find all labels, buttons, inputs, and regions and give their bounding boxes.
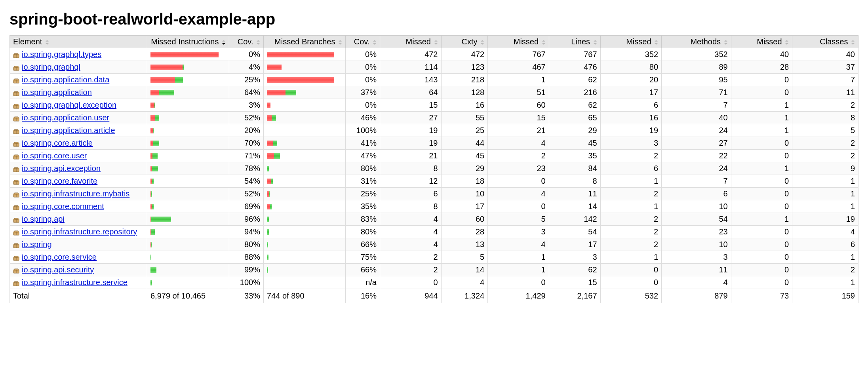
mclass-cell: 0 <box>731 251 792 264</box>
package-icon <box>13 115 19 121</box>
package-icon <box>13 267 19 273</box>
package-link[interactable]: io.spring.core.article <box>22 139 93 148</box>
instr-cov-cell: 4% <box>229 61 264 74</box>
branch-bar-cell <box>264 112 346 124</box>
package-link[interactable]: io.spring.core.service <box>22 253 97 262</box>
col-cxty[interactable]: Cxty <box>441 36 488 48</box>
col-lines[interactable]: Lines <box>549 36 600 48</box>
meth-cell: 352 <box>662 48 731 61</box>
col-lines-label: Lines <box>571 37 590 46</box>
svg-marker-0 <box>46 40 49 42</box>
package-link[interactable]: io.spring.application.data <box>22 75 109 84</box>
missed-cell: 8 <box>380 200 442 213</box>
mlines-cell: 5 <box>488 213 549 226</box>
instr-bar-cell <box>147 74 229 86</box>
mclass-cell: 0 <box>731 200 792 213</box>
package-link[interactable]: io.spring.graphql.types <box>22 50 101 59</box>
page-title: spring-boot-realworld-example-app <box>10 10 858 28</box>
col-missed-lines[interactable]: Missed <box>488 36 549 48</box>
col-missed-branches[interactable]: Missed Branches <box>264 36 346 48</box>
col-missed-classes[interactable]: Missed <box>731 36 792 48</box>
sort-icon <box>480 40 484 45</box>
branch-cov-cell: 75% <box>346 251 380 264</box>
package-link[interactable]: io.spring <box>22 240 52 249</box>
col-missed-methods[interactable]: Missed <box>600 36 662 48</box>
lines-cell: 62 <box>549 74 600 86</box>
cxty-cell: 218 <box>441 74 488 86</box>
col-missed-branches-label: Missed Branches <box>274 37 335 46</box>
col-missed-cxty[interactable]: Missed <box>380 36 442 48</box>
svg-marker-20 <box>724 40 727 42</box>
package-link[interactable]: io.spring.infrastructure.service <box>22 278 128 287</box>
instr-cov-cell: 70% <box>229 137 264 150</box>
svg-marker-8 <box>373 40 376 42</box>
svg-marker-5 <box>257 43 260 45</box>
instr-bar-cell <box>147 86 229 99</box>
mmeth-cell: 80 <box>600 61 662 74</box>
table-row: io.spring.graphql4%0%1141234674768089283… <box>10 61 858 74</box>
instr-bar-cell <box>147 162 229 175</box>
svg-marker-12 <box>481 40 484 42</box>
cxty-cell: 13 <box>441 238 488 251</box>
mlines-cell: 0 <box>488 200 549 213</box>
totals-cov1: 33% <box>229 289 264 303</box>
package-link[interactable]: io.spring.core.user <box>22 151 87 160</box>
package-link[interactable]: io.spring.core.comment <box>22 202 104 211</box>
classes-cell: 2 <box>792 137 858 150</box>
package-link[interactable]: io.spring.core.favorite <box>22 177 97 186</box>
col-cov-branches[interactable]: Cov. <box>346 36 380 48</box>
mlines-cell: 1 <box>488 264 549 276</box>
sort-desc-icon <box>222 40 226 45</box>
package-link[interactable]: io.spring.infrastructure.repository <box>22 227 137 236</box>
table-row: io.spring.application.article20%100%1925… <box>10 124 858 137</box>
package-link[interactable]: io.spring.api.security <box>22 265 94 274</box>
svg-marker-23 <box>785 43 788 45</box>
svg-marker-4 <box>257 40 260 42</box>
branch-bar-cell <box>264 276 346 289</box>
totals-mlines: 1,429 <box>488 289 549 303</box>
mmeth-cell: 2 <box>600 150 662 162</box>
meth-cell: 24 <box>662 124 731 137</box>
col-element[interactable]: Element <box>10 36 147 48</box>
package-link[interactable]: io.spring.graphql <box>22 63 80 72</box>
instr-bar-cell <box>147 276 229 289</box>
col-missed-cxty-label: Missed <box>406 37 431 46</box>
branch-bar-cell <box>264 200 346 213</box>
instr-bar-cell <box>147 175 229 188</box>
mmeth-cell: 6 <box>600 99 662 112</box>
missed-cell: 4 <box>380 238 442 251</box>
cxty-cell: 17 <box>441 200 488 213</box>
mmeth-cell: 2 <box>600 226 662 238</box>
package-link[interactable]: io.spring.graphql.exception <box>22 101 116 110</box>
meth-cell: 10 <box>662 238 731 251</box>
col-cov-instr[interactable]: Cov. <box>229 36 264 48</box>
package-link[interactable]: io.spring.infrastructure.mybatis <box>22 189 129 198</box>
package-link[interactable]: io.spring.application.article <box>22 126 115 135</box>
classes-cell: 2 <box>792 264 858 276</box>
cxty-cell: 10 <box>441 188 488 200</box>
instr-bar-cell <box>147 124 229 137</box>
package-icon <box>13 242 19 248</box>
meth-cell: 22 <box>662 150 731 162</box>
col-classes[interactable]: Classes <box>792 36 858 48</box>
package-link[interactable]: io.spring.api <box>22 215 65 224</box>
meth-cell: 3 <box>662 251 731 264</box>
meth-cell: 27 <box>662 137 731 150</box>
branch-bar-cell <box>264 162 346 175</box>
mclass-cell: 1 <box>731 213 792 226</box>
col-missed-instructions[interactable]: Missed Instructions <box>147 36 229 48</box>
meth-cell: 24 <box>662 162 731 175</box>
package-link[interactable]: io.spring.api.exception <box>22 164 101 173</box>
mmeth-cell: 1 <box>600 175 662 188</box>
package-icon <box>13 229 19 235</box>
package-link[interactable]: io.spring.application.user <box>22 113 109 122</box>
package-link[interactable]: io.spring.application <box>22 88 92 97</box>
lines-cell: 62 <box>549 99 600 112</box>
element-cell: io.spring.core.comment <box>10 200 147 213</box>
col-methods[interactable]: Methods <box>662 36 731 48</box>
svg-marker-2 <box>222 40 225 42</box>
branch-cov-cell: 41% <box>346 137 380 150</box>
lines-cell: 8 <box>549 175 600 188</box>
instr-cov-cell: 88% <box>229 251 264 264</box>
missed-cell: 143 <box>380 74 442 86</box>
